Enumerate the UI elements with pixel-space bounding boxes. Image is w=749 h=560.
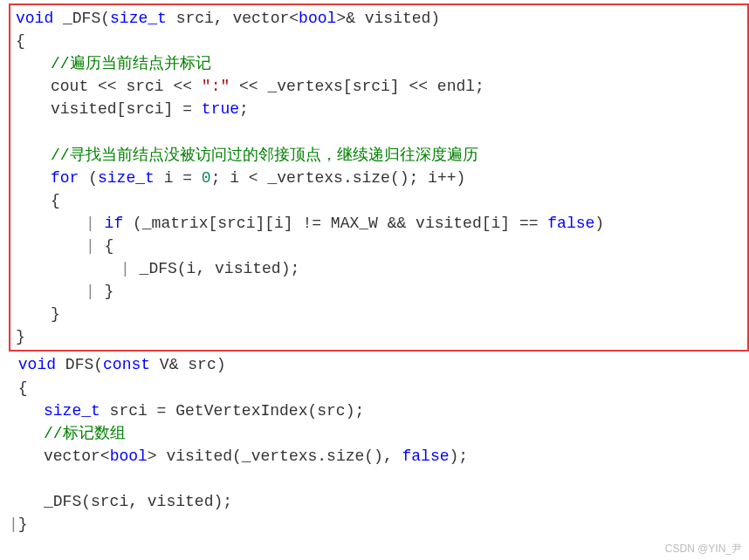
- string-literal: ":": [202, 78, 230, 95]
- keyword-if: if: [105, 215, 124, 232]
- highlighted-function: void _DFS(size_t srci, vector<bool>& vis…: [9, 3, 749, 352]
- code-line: }: [16, 303, 742, 325]
- code-line: |}: [9, 513, 749, 536]
- keyword-bool: bool: [299, 10, 336, 27]
- keyword-true: true: [202, 100, 239, 118]
- blank-line: [9, 468, 749, 490]
- keyword-false: false: [547, 215, 594, 232]
- keyword-false: false: [402, 447, 450, 465]
- keyword-const: const: [103, 356, 150, 373]
- code-block: void _DFS(size_t srci, vector<bool>& vis…: [0, 0, 749, 536]
- watermark-text: CSDN @YIN_尹: [665, 542, 742, 557]
- blank-line: [16, 120, 742, 143]
- code-line: for (size_t i = 0; i < _vertexs.size(); …: [16, 167, 742, 189]
- keyword-sizet: size_t: [110, 10, 167, 27]
- keyword-void: void: [18, 356, 56, 373]
- code-line: | _DFS(i, visited);: [16, 257, 742, 280]
- code-line: | }: [16, 280, 742, 303]
- keyword-for: for: [51, 169, 79, 187]
- code-line: _DFS(srci, visited);: [9, 490, 749, 513]
- keyword-sizet: size_t: [44, 402, 100, 420]
- code-line: size_t srci = GetVertexIndex(src);: [9, 400, 749, 422]
- code-line: {: [16, 189, 742, 212]
- comment-line: //遍历当前结点并标记: [16, 52, 742, 75]
- code-line: {: [16, 30, 742, 52]
- code-line: | {: [16, 235, 742, 257]
- keyword-void: void: [16, 10, 53, 27]
- comment-line: //寻找当前结点没被访问过的邻接顶点，继续递归往深度遍历: [16, 144, 742, 167]
- code-line: | if (_matrix[srci][i] != MAX_W && visit…: [16, 212, 742, 235]
- code-line: }: [16, 325, 742, 348]
- keyword-bool: bool: [110, 447, 148, 465]
- code-line: vector<bool> visited(_vertexs.size(), fa…: [9, 445, 749, 468]
- code-line: void _DFS(size_t srci, vector<bool>& vis…: [16, 7, 742, 30]
- code-line: visited[srci] = true;: [16, 98, 742, 120]
- code-line: cout << srci << ":" << _vertexs[srci] <<…: [16, 75, 742, 98]
- keyword-sizet: size_t: [98, 169, 155, 187]
- comment-line: //标记数组: [9, 422, 749, 445]
- code-line: {: [9, 377, 749, 400]
- code-line: void DFS(const V& src): [9, 353, 749, 376]
